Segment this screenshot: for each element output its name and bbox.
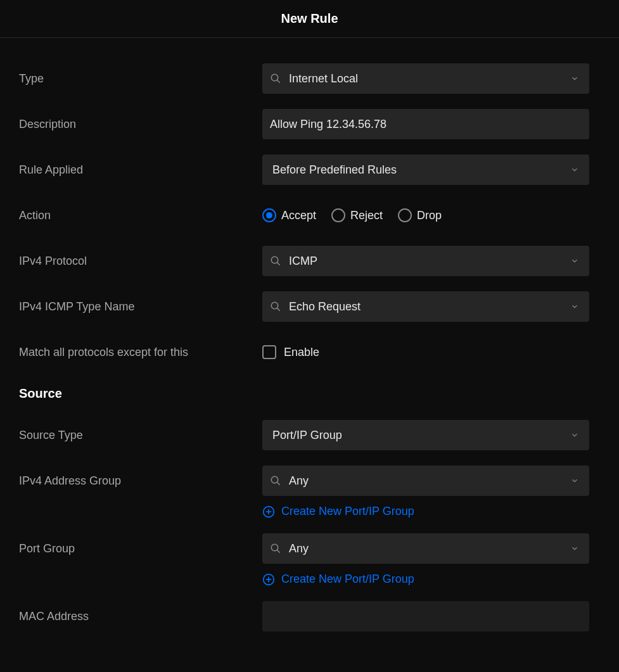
search-icon [270, 301, 281, 312]
ipv4-protocol-label: IPv4 Protocol [19, 255, 262, 268]
ipv4-protocol-value: ICMP [289, 255, 570, 268]
page-title: New Rule [281, 11, 338, 26]
svg-point-0 [271, 74, 278, 81]
port-group-select[interactable]: Any [262, 533, 589, 564]
match-except-checkbox-label: Enable [284, 346, 319, 359]
action-accept-label: Accept [281, 209, 316, 222]
ipv4-icmp-type-label: IPv4 ICMP Type Name [19, 300, 262, 314]
radio-icon [398, 208, 412, 222]
create-port-group-link[interactable]: Create New Port/IP Group [262, 573, 414, 586]
ipv4-address-group-block: IPv4 Address Group Any Crea [19, 466, 600, 518]
description-input-wrap [262, 109, 589, 139]
chevron-down-icon [570, 74, 579, 83]
svg-line-7 [277, 482, 280, 485]
action-accept-radio[interactable]: Accept [262, 208, 316, 222]
action-reject-label: Reject [350, 209, 383, 222]
match-except-row: Match all protocols except for this Enab… [19, 337, 600, 367]
description-row: Description [19, 109, 600, 139]
create-ipv4-address-group-text: Create New Port/IP Group [281, 505, 414, 518]
ipv4-protocol-select[interactable]: ICMP [262, 246, 589, 276]
svg-point-2 [271, 257, 278, 263]
chevron-down-icon [570, 165, 579, 174]
svg-line-3 [277, 262, 280, 265]
mac-address-label: MAC Address [19, 610, 262, 623]
search-icon [270, 73, 281, 84]
source-type-select[interactable]: Port/IP Group [262, 420, 589, 450]
type-value: Internet Local [289, 72, 570, 86]
ipv4-address-group-label: IPv4 Address Group [19, 474, 262, 488]
svg-point-6 [271, 476, 278, 483]
action-radio-group: Accept Reject Drop [262, 208, 589, 222]
create-port-group-text: Create New Port/IP Group [281, 573, 414, 586]
rule-applied-value: Before Predefined Rules [272, 163, 570, 177]
action-drop-radio[interactable]: Drop [398, 208, 442, 222]
svg-point-4 [271, 302, 278, 309]
radio-icon [262, 208, 276, 222]
rule-applied-select[interactable]: Before Predefined Rules [262, 155, 589, 185]
description-input[interactable] [270, 118, 582, 131]
source-section-title: Source [19, 386, 600, 401]
rule-applied-label: Rule Applied [19, 163, 262, 177]
match-except-label: Match all protocols except for this [19, 346, 262, 359]
checkbox-icon [262, 345, 276, 359]
chevron-down-icon [570, 431, 579, 440]
source-type-row: Source Type Port/IP Group [19, 420, 600, 450]
plus-circle-icon [262, 573, 275, 586]
chevron-down-icon [570, 544, 579, 553]
create-ipv4-address-group-link[interactable]: Create New Port/IP Group [262, 505, 414, 518]
source-type-label: Source Type [19, 429, 262, 442]
ipv4-icmp-type-select[interactable]: Echo Request [262, 291, 589, 322]
mac-address-row: MAC Address [19, 601, 600, 631]
action-drop-label: Drop [417, 209, 442, 222]
ipv4-icmp-type-value: Echo Request [289, 300, 570, 314]
svg-line-12 [277, 550, 280, 553]
search-icon [270, 255, 281, 267]
ipv4-icmp-type-row: IPv4 ICMP Type Name Echo Request [19, 291, 600, 322]
svg-line-5 [277, 308, 280, 311]
form-content: Type Internet Local Description Rule App… [0, 38, 619, 631]
type-row: Type Internet Local [19, 63, 600, 94]
chevron-down-icon [570, 476, 579, 485]
radio-icon [331, 208, 345, 222]
action-label: Action [19, 209, 262, 222]
mac-address-input-wrap [262, 601, 589, 631]
action-row: Action Accept Reject Drop [19, 200, 600, 231]
ipv4-address-group-value: Any [289, 474, 570, 488]
type-select[interactable]: Internet Local [262, 63, 589, 94]
svg-point-11 [271, 544, 278, 551]
rule-applied-row: Rule Applied Before Predefined Rules [19, 155, 600, 185]
match-except-checkbox[interactable]: Enable [262, 345, 589, 359]
plus-circle-icon [262, 505, 275, 518]
description-label: Description [19, 118, 262, 131]
ipv4-address-group-select[interactable]: Any [262, 466, 589, 496]
search-icon [270, 475, 281, 486]
page-header: New Rule [0, 0, 619, 38]
mac-address-input[interactable] [270, 610, 582, 623]
port-group-block: Port Group Any Create New P [19, 533, 600, 586]
ipv4-protocol-row: IPv4 Protocol ICMP [19, 246, 600, 276]
chevron-down-icon [570, 257, 579, 265]
search-icon [270, 543, 281, 554]
chevron-down-icon [570, 302, 579, 311]
svg-line-1 [277, 80, 280, 83]
port-group-value: Any [289, 542, 570, 555]
port-group-label: Port Group [19, 542, 262, 555]
source-type-value: Port/IP Group [272, 429, 570, 442]
action-reject-radio[interactable]: Reject [331, 208, 383, 222]
type-label: Type [19, 72, 262, 86]
